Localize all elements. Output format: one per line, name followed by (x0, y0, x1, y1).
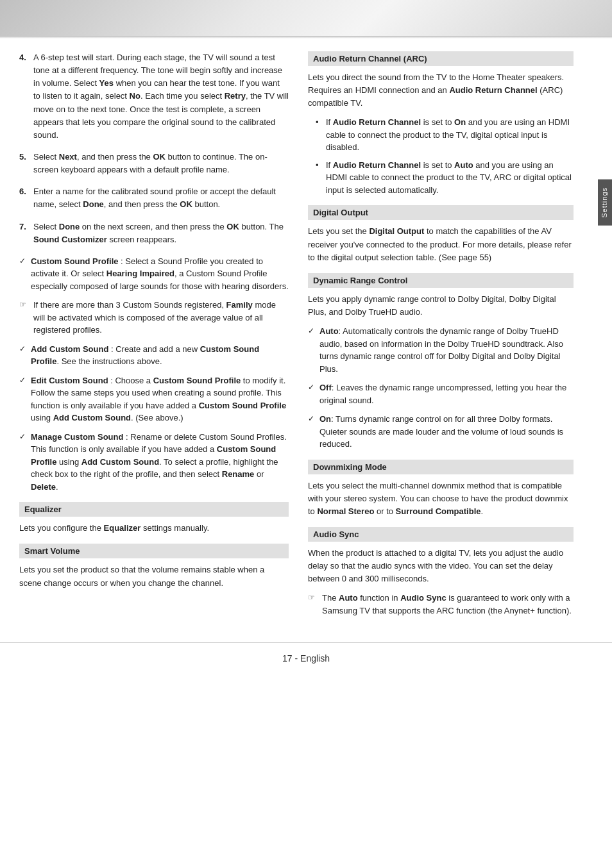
item-6-content: Enter a name for the calibrated sound pr… (33, 185, 289, 211)
drc-off: ✓ Off: Leaves the dynamic range uncompre… (308, 381, 574, 406)
digital-output-header: Digital Output (308, 205, 574, 220)
drc-off-content: Off: Leaves the dynamic range uncompress… (319, 381, 574, 406)
page-language: English (300, 653, 330, 664)
note-symbol-1: ☞ (19, 299, 33, 337)
numbered-item-5: 5. Select Next, and then press the OK bu… (19, 151, 289, 176)
check-custom-sound-profile: ✓ Custom Sound Profile : Select a Sound … (19, 255, 289, 293)
audio-sync-note-symbol: ☞ (308, 592, 322, 617)
check-edit-custom-sound-content: Edit Custom Sound : Choose a Custom Soun… (31, 374, 289, 424)
check-add-custom-sound-content: Add Custom Sound : Create and add a new … (31, 343, 289, 368)
arc-header: Audio Return Channel (ARC) (308, 51, 574, 66)
downmixing-body: Lets you select the multi-channel downmi… (308, 480, 574, 518)
downmixing-header: Downmixing Mode (308, 460, 574, 474)
item-7-content: Select Done on the next screen, and then… (33, 221, 289, 246)
arc-bullet-1: • If Audio Return Channel is set to On a… (316, 116, 574, 154)
bullet-symbol-1: • (316, 116, 326, 154)
item-4-content: A 6-step test will start. During each st… (33, 51, 289, 142)
check-manage-custom-sound-content: Manage Custom Sound : Rename or delete C… (31, 431, 289, 494)
drc-off-check: ✓ (308, 381, 319, 406)
numbered-item-7: 7. Select Done on the next screen, and t… (19, 221, 289, 246)
dynamic-range-body: Lets you apply dynamic range control to … (308, 293, 574, 319)
page-number: 17 (282, 653, 293, 664)
top-bar (0, 0, 612, 38)
check-manage-custom-sound: ✓ Manage Custom Sound : Rename or delete… (19, 431, 289, 494)
arc-bullet-1-content: If Audio Return Channel is set to On and… (326, 116, 574, 154)
item-4-number: 4. (19, 51, 33, 142)
numbered-item-4: 4. A 6-step test will start. During each… (19, 51, 289, 142)
arc-body: Lets you direct the sound from the TV to… (308, 71, 574, 110)
right-column: Audio Return Channel (ARC) Lets you dire… (308, 51, 593, 623)
settings-tab-label: Settings (600, 187, 608, 218)
smart-volume-header: Smart Volume (19, 544, 289, 558)
check-symbol-3: ✓ (19, 374, 31, 424)
footer: 17 - English (0, 642, 612, 671)
settings-tab: Settings (598, 179, 612, 226)
smart-volume-body: Lets you set the product so that the vol… (19, 563, 289, 589)
equalizer-body: Lets you configure the Equalizer setting… (19, 522, 289, 535)
dynamic-range-header: Dynamic Range Control (308, 273, 574, 288)
numbered-item-6: 6. Enter a name for the calibrated sound… (19, 185, 289, 211)
check-symbol-2: ✓ (19, 343, 31, 368)
audio-sync-header: Audio Sync (308, 527, 574, 542)
arc-bullet-2: • If Audio Return Channel is set to Auto… (316, 159, 574, 197)
drc-on-content: On: Turns dynamic range control on for a… (319, 413, 574, 451)
check-symbol-4: ✓ (19, 431, 31, 494)
check-edit-custom-sound: ✓ Edit Custom Sound : Choose a Custom So… (19, 374, 289, 424)
arc-bullet-list: • If Audio Return Channel is set to On a… (316, 116, 574, 196)
item-5-content: Select Next, and then press the OK butto… (33, 151, 289, 176)
audio-sync-note-content: The Auto function in Audio Sync is guara… (322, 592, 574, 617)
drc-auto: ✓ Auto: Automatically controls the dynam… (308, 325, 574, 375)
drc-auto-content: Auto: Automatically controls the dynamic… (319, 325, 574, 375)
item-7-number: 7. (19, 221, 33, 246)
left-column: 4. A 6-step test will start. During each… (19, 51, 289, 623)
arc-bullet-2-content: If Audio Return Channel is set to Auto a… (326, 159, 574, 197)
main-content: 4. A 6-step test will start. During each… (0, 38, 612, 636)
drc-auto-check: ✓ (308, 325, 319, 375)
check-symbol-1: ✓ (19, 255, 31, 293)
check-custom-sound-profile-content: Custom Sound Profile : Select a Sound Pr… (31, 255, 289, 293)
drc-on-check: ✓ (308, 413, 319, 451)
item-5-number: 5. (19, 151, 33, 176)
item-6-number: 6. (19, 185, 33, 211)
note-item-family: ☞ If there are more than 3 Custom Sounds… (19, 299, 289, 337)
bullet-symbol-2: • (316, 159, 326, 197)
audio-sync-body: When the product is attached to a digita… (308, 547, 574, 585)
audio-sync-note: ☞ The Auto function in Audio Sync is gua… (308, 592, 574, 617)
check-add-custom-sound: ✓ Add Custom Sound : Create and add a ne… (19, 343, 289, 368)
drc-on: ✓ On: Turns dynamic range control on for… (308, 413, 574, 451)
equalizer-header: Equalizer (19, 502, 289, 517)
digital-output-body: Lets you set the Digital Output to match… (308, 225, 574, 263)
note-family-content: If there are more than 3 Custom Sounds r… (33, 299, 289, 337)
